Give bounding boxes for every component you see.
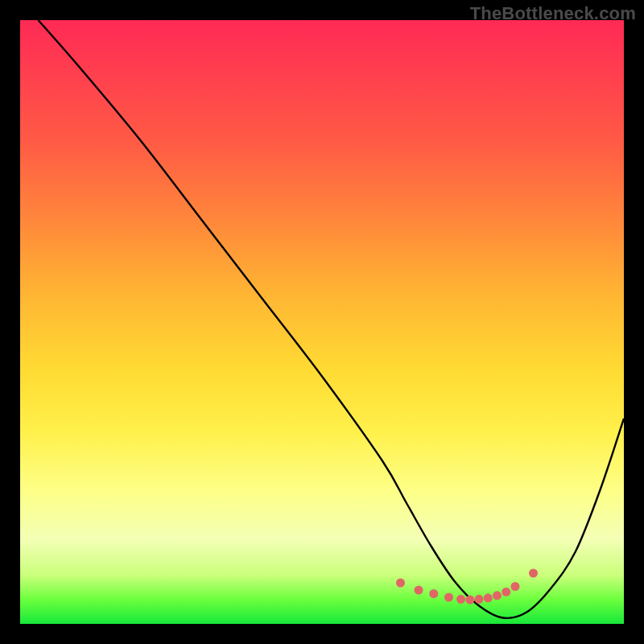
bottleneck-curve [39,20,625,618]
highlight-dots [396,569,538,605]
marker-dot [396,579,405,588]
marker-dot [484,593,493,602]
marker-dot [415,586,423,595]
curve-layer [20,20,624,624]
marker-dot [456,595,465,604]
marker-dot [429,589,438,598]
marker-dot [511,582,520,591]
marker-dot [465,596,474,605]
marker-dot [444,593,453,602]
marker-dot [502,588,510,597]
chart-frame: TheBottleneck.com [0,0,644,644]
marker-dot [475,595,484,604]
plot-area [20,20,624,624]
marker-dot [529,569,538,578]
marker-dot [493,591,502,600]
